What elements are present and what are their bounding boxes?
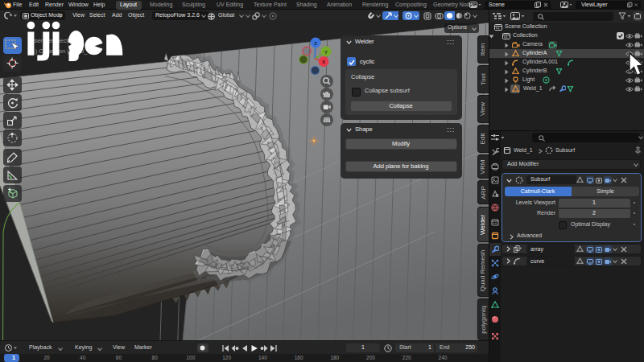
svg-text:X: X: [322, 60, 325, 64]
svg-text:Z: Z: [314, 41, 317, 46]
svg-text:Y: Y: [324, 50, 328, 55]
